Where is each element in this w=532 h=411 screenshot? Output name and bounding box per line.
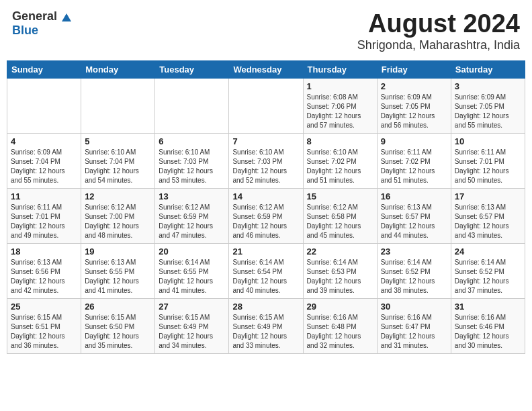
day-number: 11 <box>11 191 77 201</box>
logo-row2: Blue <box>12 24 38 38</box>
calendar-cell: 4Sunrise: 6:09 AM Sunset: 7:04 PM Daylig… <box>7 134 81 189</box>
day-info: Sunrise: 6:12 AM Sunset: 7:00 PM Dayligh… <box>85 203 151 240</box>
calendar-cell: 11Sunrise: 6:11 AM Sunset: 7:01 PM Dayli… <box>7 189 81 244</box>
calendar-cell: 24Sunrise: 6:14 AM Sunset: 6:52 PM Dayli… <box>451 244 525 299</box>
day-header-saturday: Saturday <box>451 61 525 79</box>
calendar-cell: 22Sunrise: 6:14 AM Sunset: 6:53 PM Dayli… <box>303 244 377 299</box>
day-number: 15 <box>307 191 373 201</box>
day-number: 26 <box>85 302 151 312</box>
day-info: Sunrise: 6:13 AM Sunset: 6:56 PM Dayligh… <box>11 258 77 295</box>
location-title: Shrigonda, Maharashtra, India <box>357 38 520 52</box>
day-header-monday: Monday <box>81 61 155 79</box>
day-info: Sunrise: 6:11 AM Sunset: 7:01 PM Dayligh… <box>11 203 77 240</box>
calendar-cell: 1Sunrise: 6:08 AM Sunset: 7:06 PM Daylig… <box>303 79 377 134</box>
day-info: Sunrise: 6:13 AM Sunset: 6:57 PM Dayligh… <box>455 203 521 240</box>
calendar-week-2: 4Sunrise: 6:09 AM Sunset: 7:04 PM Daylig… <box>7 134 525 189</box>
day-header-thursday: Thursday <box>303 61 377 79</box>
logo-triangle-icon <box>62 13 71 21</box>
day-info: Sunrise: 6:08 AM Sunset: 7:06 PM Dayligh… <box>307 93 373 130</box>
day-info: Sunrise: 6:13 AM Sunset: 6:57 PM Dayligh… <box>381 203 447 240</box>
calendar-week-3: 11Sunrise: 6:11 AM Sunset: 7:01 PM Dayli… <box>7 189 525 244</box>
calendar-cell: 20Sunrise: 6:14 AM Sunset: 6:55 PM Dayli… <box>155 244 229 299</box>
day-info: Sunrise: 6:12 AM Sunset: 6:59 PM Dayligh… <box>232 203 299 240</box>
calendar-cell: 8Sunrise: 6:10 AM Sunset: 7:02 PM Daylig… <box>303 134 377 189</box>
day-info: Sunrise: 6:14 AM Sunset: 6:52 PM Dayligh… <box>381 258 447 295</box>
day-number: 14 <box>232 191 299 201</box>
day-number: 12 <box>85 191 151 201</box>
calendar-cell: 12Sunrise: 6:12 AM Sunset: 7:00 PM Dayli… <box>81 189 155 244</box>
day-number: 18 <box>11 246 77 257</box>
day-number: 31 <box>455 302 521 312</box>
calendar-cell: 30Sunrise: 6:16 AM Sunset: 6:47 PM Dayli… <box>377 299 451 354</box>
calendar-cell <box>155 79 229 134</box>
calendar-cell: 9Sunrise: 6:11 AM Sunset: 7:02 PM Daylig… <box>377 134 451 189</box>
day-info: Sunrise: 6:12 AM Sunset: 6:58 PM Dayligh… <box>307 203 373 240</box>
calendar-cell: 6Sunrise: 6:10 AM Sunset: 7:03 PM Daylig… <box>155 134 229 189</box>
day-info: Sunrise: 6:09 AM Sunset: 7:04 PM Dayligh… <box>11 148 77 185</box>
day-number: 1 <box>307 81 373 91</box>
day-header-sunday: Sunday <box>7 61 81 79</box>
calendar-cell: 23Sunrise: 6:14 AM Sunset: 6:52 PM Dayli… <box>377 244 451 299</box>
day-header-tuesday: Tuesday <box>155 61 229 79</box>
day-number: 22 <box>307 246 373 257</box>
title-area: August 2024 Shrigonda, Maharashtra, Indi… <box>357 9 520 52</box>
calendar-cell: 26Sunrise: 6:15 AM Sunset: 6:50 PM Dayli… <box>81 299 155 354</box>
day-info: Sunrise: 6:10 AM Sunset: 7:04 PM Dayligh… <box>85 148 151 185</box>
day-number: 29 <box>307 302 373 312</box>
day-number: 30 <box>381 302 447 312</box>
day-info: Sunrise: 6:09 AM Sunset: 7:05 PM Dayligh… <box>455 93 521 130</box>
day-number: 2 <box>381 81 447 91</box>
day-number: 3 <box>455 81 521 91</box>
day-number: 5 <box>85 136 151 146</box>
day-info: Sunrise: 6:14 AM Sunset: 6:53 PM Dayligh… <box>307 258 373 295</box>
day-info: Sunrise: 6:14 AM Sunset: 6:52 PM Dayligh… <box>455 258 521 295</box>
day-info: Sunrise: 6:15 AM Sunset: 6:51 PM Dayligh… <box>11 313 77 351</box>
logo-row1: General <box>12 9 71 24</box>
day-number: 9 <box>381 136 447 146</box>
logo-blue-text: Blue <box>12 24 38 37</box>
day-number: 6 <box>159 136 225 146</box>
day-info: Sunrise: 6:16 AM Sunset: 6:48 PM Dayligh… <box>307 313 373 351</box>
calendar-cell <box>81 79 155 134</box>
day-info: Sunrise: 6:13 AM Sunset: 6:55 PM Dayligh… <box>85 258 151 295</box>
calendar-cell: 25Sunrise: 6:15 AM Sunset: 6:51 PM Dayli… <box>7 299 81 354</box>
calendar-header-row: SundayMondayTuesdayWednesdayThursdayFrid… <box>7 61 525 79</box>
day-info: Sunrise: 6:10 AM Sunset: 7:03 PM Dayligh… <box>232 148 299 185</box>
day-info: Sunrise: 6:15 AM Sunset: 6:50 PM Dayligh… <box>85 313 151 351</box>
calendar-cell: 3Sunrise: 6:09 AM Sunset: 7:05 PM Daylig… <box>451 79 525 134</box>
day-number: 23 <box>381 246 447 257</box>
day-header-friday: Friday <box>377 61 451 79</box>
calendar-cell: 14Sunrise: 6:12 AM Sunset: 6:59 PM Dayli… <box>229 189 303 244</box>
calendar-week-5: 25Sunrise: 6:15 AM Sunset: 6:51 PM Dayli… <box>7 299 525 354</box>
calendar-cell: 15Sunrise: 6:12 AM Sunset: 6:58 PM Dayli… <box>303 189 377 244</box>
day-info: Sunrise: 6:12 AM Sunset: 6:59 PM Dayligh… <box>159 203 225 240</box>
calendar-cell: 18Sunrise: 6:13 AM Sunset: 6:56 PM Dayli… <box>7 244 81 299</box>
day-info: Sunrise: 6:16 AM Sunset: 6:47 PM Dayligh… <box>381 313 447 351</box>
day-number: 17 <box>455 191 521 201</box>
day-info: Sunrise: 6:16 AM Sunset: 6:46 PM Dayligh… <box>455 313 521 351</box>
calendar-cell: 17Sunrise: 6:13 AM Sunset: 6:57 PM Dayli… <box>451 189 525 244</box>
day-number: 16 <box>381 191 447 201</box>
day-number: 8 <box>307 136 373 146</box>
day-info: Sunrise: 6:10 AM Sunset: 7:03 PM Dayligh… <box>159 148 225 185</box>
calendar-cell: 27Sunrise: 6:15 AM Sunset: 6:49 PM Dayli… <box>155 299 229 354</box>
day-number: 24 <box>455 246 521 257</box>
day-info: Sunrise: 6:15 AM Sunset: 6:49 PM Dayligh… <box>232 313 299 351</box>
day-info: Sunrise: 6:09 AM Sunset: 7:05 PM Dayligh… <box>381 93 447 130</box>
day-info: Sunrise: 6:14 AM Sunset: 6:55 PM Dayligh… <box>159 258 225 295</box>
calendar-cell: 28Sunrise: 6:15 AM Sunset: 6:49 PM Dayli… <box>229 299 303 354</box>
day-number: 27 <box>159 302 225 312</box>
calendar-cell: 31Sunrise: 6:16 AM Sunset: 6:46 PM Dayli… <box>451 299 525 354</box>
day-info: Sunrise: 6:15 AM Sunset: 6:49 PM Dayligh… <box>159 313 225 351</box>
day-header-wednesday: Wednesday <box>229 61 303 79</box>
calendar-table: SundayMondayTuesdayWednesdayThursdayFrid… <box>7 60 525 354</box>
logo: General Blue <box>12 9 71 38</box>
calendar-cell: 29Sunrise: 6:16 AM Sunset: 6:48 PM Dayli… <box>303 299 377 354</box>
day-info: Sunrise: 6:11 AM Sunset: 7:02 PM Dayligh… <box>381 148 447 185</box>
day-info: Sunrise: 6:11 AM Sunset: 7:01 PM Dayligh… <box>455 148 521 185</box>
calendar-week-1: 1Sunrise: 6:08 AM Sunset: 7:06 PM Daylig… <box>7 79 525 134</box>
month-title: August 2024 <box>357 9 520 38</box>
calendar-cell: 10Sunrise: 6:11 AM Sunset: 7:01 PM Dayli… <box>451 134 525 189</box>
calendar-cell: 13Sunrise: 6:12 AM Sunset: 6:59 PM Dayli… <box>155 189 229 244</box>
calendar-cell <box>7 79 81 134</box>
